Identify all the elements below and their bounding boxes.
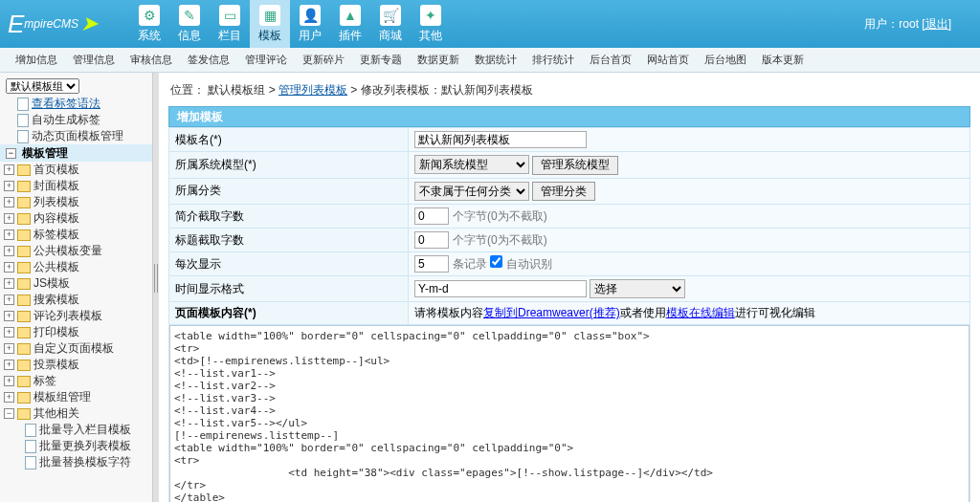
nav-item-其他[interactable]: ✦其他: [411, 0, 451, 48]
other-title: 其他相关: [33, 405, 79, 422]
nav-item-用户[interactable]: 👤用户: [290, 0, 330, 48]
tree-item[interactable]: +公共模板: [0, 259, 152, 275]
breadcrumb-current: 修改列表模板：默认新闻列表模板: [361, 83, 533, 97]
tree-label: JS模板: [33, 275, 70, 292]
auto-detect-label: 自动识别: [506, 257, 552, 271]
subnav-item[interactable]: 排行统计: [526, 53, 580, 67]
title-chars-input[interactable]: [414, 231, 449, 249]
tree-item[interactable]: +搜索模板: [0, 292, 152, 308]
nav-item-栏目[interactable]: ▭栏目: [210, 0, 250, 48]
logo-text: mpireCMS: [24, 17, 78, 31]
template-name-input[interactable]: [414, 131, 587, 148]
dreamweaver-link[interactable]: 复制到Dreamweaver(推荐): [483, 306, 620, 319]
tree-item[interactable]: +内容模板: [0, 210, 152, 227]
subnav-item[interactable]: 网站首页: [641, 53, 695, 67]
nav-item-商城[interactable]: 🛒商城: [370, 0, 411, 48]
template-group-select[interactable]: 默认模板组: [6, 78, 79, 94]
subnav-item[interactable]: 管理评论: [239, 53, 293, 67]
expand-icon[interactable]: +: [4, 229, 14, 240]
expand-icon[interactable]: +: [4, 197, 14, 207]
tree-item[interactable]: +投票模板: [0, 357, 152, 373]
title-hint: 个字节(0为不截取): [453, 233, 547, 247]
subnav-item[interactable]: 更新碎片: [297, 53, 350, 67]
sidebar-link[interactable]: 自动生成标签: [0, 112, 152, 128]
tree-item[interactable]: +公共模板变量: [0, 243, 152, 259]
subnav-item[interactable]: 签发信息: [182, 53, 235, 67]
model-select[interactable]: 新闻系统模型: [414, 155, 529, 174]
logo[interactable]: EmpireCMS➤: [0, 0, 129, 48]
perpage-hint: 条记录: [453, 257, 487, 271]
subnav-item[interactable]: 后台地图: [699, 53, 752, 67]
logo-arrow-icon: ➤: [80, 11, 98, 36]
timefmt-input[interactable]: [414, 280, 587, 297]
manage-category-button[interactable]: 管理分类: [532, 182, 595, 201]
tree-item[interactable]: +标签模板: [0, 227, 152, 243]
breadcrumb-link[interactable]: 管理列表模板: [278, 83, 347, 97]
folder-icon: [17, 262, 31, 273]
expand-icon[interactable]: +: [4, 213, 14, 224]
tree-item[interactable]: +封面模板: [0, 178, 152, 194]
auto-detect-checkbox[interactable]: [490, 255, 502, 268]
top-bar: EmpireCMS➤ ⚙系统✎信息▭栏目▦模板👤用户▲插件🛒商城✦其他 用户：r…: [0, 0, 980, 48]
tree-label: 标签: [33, 373, 56, 389]
nav-item-信息[interactable]: ✎信息: [169, 0, 210, 48]
intro-chars-input[interactable]: [414, 207, 449, 225]
content-hint-cell: 请将模板内容复制到Dreamweaver(推荐)或者使用模板在线编辑进行可视化编…: [409, 302, 970, 325]
nav-item-插件[interactable]: ▲插件: [330, 0, 370, 48]
expand-icon[interactable]: +: [4, 278, 14, 289]
tree-item[interactable]: +JS模板: [0, 275, 152, 292]
tree-item[interactable]: +自定义页面模板: [0, 340, 152, 357]
user-name: root: [899, 17, 919, 31]
tree-item[interactable]: +模板组管理: [0, 389, 152, 405]
nav-item-系统[interactable]: ⚙系统: [129, 0, 169, 48]
expand-icon[interactable]: +: [4, 360, 14, 370]
tree-child[interactable]: 批量更换列表模板: [0, 438, 152, 454]
subnav-item[interactable]: 版本更新: [756, 53, 810, 67]
online-editor-link[interactable]: 模板在线编辑: [666, 306, 735, 319]
subnav-item[interactable]: 数据更新: [412, 53, 465, 67]
subnav-item[interactable]: 增加信息: [10, 53, 63, 67]
tree-child[interactable]: 批量导入栏目模板: [0, 422, 152, 438]
logout-link[interactable]: [退出]: [922, 17, 951, 31]
tree-label: 搜索模板: [33, 292, 79, 308]
perpage-label: 每次显示: [169, 252, 409, 276]
title-chars-label: 标题截取字数: [169, 229, 409, 252]
expand-icon[interactable]: +: [4, 311, 14, 321]
nav-icon: ▦: [259, 5, 280, 26]
collapse-icon[interactable]: −: [6, 148, 16, 159]
subnav-item[interactable]: 后台首页: [584, 53, 637, 67]
perpage-input[interactable]: [414, 255, 449, 273]
tree-child[interactable]: 批量替换模板字符: [0, 454, 152, 470]
subnav-item[interactable]: 更新专题: [354, 53, 408, 67]
subnav-item[interactable]: 管理信息: [67, 53, 121, 67]
sidebar-link[interactable]: 动态页面模板管理: [0, 128, 152, 144]
subnav-item[interactable]: 数据统计: [469, 53, 523, 67]
folder-icon: [17, 392, 31, 404]
category-select[interactable]: 不隶属于任何分类: [414, 182, 529, 201]
expand-icon[interactable]: +: [4, 164, 14, 175]
expand-icon[interactable]: +: [4, 181, 14, 191]
expand-icon[interactable]: +: [4, 392, 14, 403]
nav-item-模板[interactable]: ▦模板: [250, 0, 290, 48]
tree-item[interactable]: +首页模板: [0, 162, 152, 178]
expand-icon[interactable]: +: [4, 262, 14, 273]
expand-icon[interactable]: +: [4, 343, 14, 354]
collapse-icon[interactable]: −: [4, 408, 14, 419]
expand-icon[interactable]: +: [4, 246, 14, 256]
expand-icon[interactable]: +: [4, 295, 14, 305]
tree-item[interactable]: +打印模板: [0, 324, 152, 340]
tree-item[interactable]: +标签: [0, 373, 152, 389]
expand-icon[interactable]: +: [4, 327, 14, 338]
content-area: 位置： 默认模板组 > 管理列表模板 > 修改列表模板：默认新闻列表模板 增加模…: [159, 73, 980, 502]
tree-item[interactable]: +列表模板: [0, 194, 152, 210]
tree-label: 公共模板: [33, 259, 79, 275]
nav-label: 插件: [339, 28, 362, 44]
subnav-item[interactable]: 审核信息: [124, 53, 178, 67]
expand-icon[interactable]: +: [4, 376, 14, 386]
timefmt-select[interactable]: 选择: [590, 279, 685, 298]
sidebar-link[interactable]: 查看标签语法: [0, 96, 152, 112]
manage-model-button[interactable]: 管理系统模型: [532, 156, 618, 175]
sidebar-other-header[interactable]: −其他相关: [0, 405, 152, 422]
template-code-textarea[interactable]: [169, 325, 969, 502]
tree-item[interactable]: +评论列表模板: [0, 308, 152, 324]
